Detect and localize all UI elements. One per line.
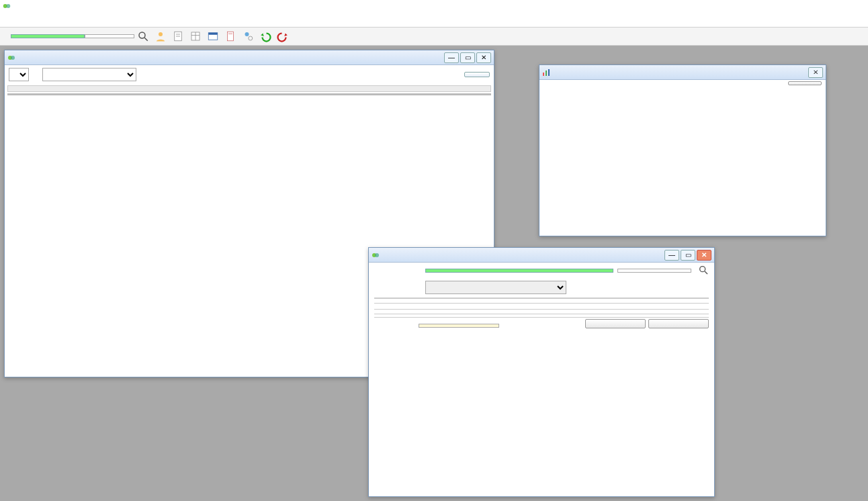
loan-filter-select[interactable]: [9, 68, 29, 81]
undo-icon[interactable]: [258, 29, 273, 44]
app-small-icon: [7, 54, 15, 62]
maximize-icon[interactable]: ▭: [460, 52, 475, 63]
minimize-icon[interactable]: —: [664, 250, 679, 261]
close-icon[interactable]: ✕: [697, 250, 711, 261]
dep-customer-name[interactable]: [425, 269, 613, 273]
svg-point-23: [375, 253, 379, 257]
arrears-chart: [544, 88, 822, 229]
dep-branch[interactable]: [617, 269, 691, 273]
svg-rect-21: [548, 69, 550, 76]
person-icon[interactable]: [153, 29, 168, 44]
svg-rect-19: [543, 73, 544, 76]
totals-section: [374, 309, 709, 311]
document-icon[interactable]: [171, 29, 185, 44]
receipt-icon[interactable]: [223, 29, 238, 44]
account-filter-select[interactable]: [425, 281, 566, 294]
select-loans-button[interactable]: [464, 72, 490, 77]
close-icon[interactable]: ✕: [808, 67, 823, 78]
chart-icon: [542, 69, 550, 77]
spreadsheet-icon[interactable]: [188, 29, 203, 44]
svg-point-4: [159, 32, 163, 36]
cancel-button[interactable]: [648, 319, 709, 328]
search-icon[interactable]: [136, 29, 150, 44]
svg-rect-12: [208, 33, 218, 35]
customer-name-field[interactable]: [11, 34, 85, 38]
account-info: [374, 303, 709, 306]
svg-line-3: [144, 38, 148, 41]
close-icon[interactable]: ✕: [476, 52, 491, 63]
branch-field[interactable]: [85, 34, 134, 38]
group-by-bar[interactable]: [7, 85, 491, 92]
svg-rect-13: [228, 32, 234, 41]
tendered-input[interactable]: [419, 324, 499, 328]
redo-icon[interactable]: [275, 29, 290, 44]
search-icon[interactable]: [698, 265, 709, 277]
svg-point-1: [6, 4, 10, 8]
svg-line-25: [705, 271, 707, 274]
menubar: [0, 12, 868, 27]
user-gear-icon[interactable]: [241, 29, 255, 44]
arrears-window: ✕: [539, 64, 826, 236]
svg-point-18: [11, 56, 15, 60]
app-logo-icon: [3, 2, 11, 10]
window-icon[interactable]: [206, 29, 220, 44]
app-small-icon: [372, 251, 380, 259]
svg-point-24: [700, 267, 705, 272]
app-titlebar: [0, 0, 868, 12]
loan-grid: [7, 93, 491, 95]
maximize-icon[interactable]: ▭: [681, 250, 695, 261]
deposit-grid: [374, 298, 709, 299]
deposit-receipt-window: — ▭ ✕: [368, 247, 715, 497]
svg-point-2: [139, 32, 145, 38]
svg-rect-20: [546, 71, 547, 76]
print-button[interactable]: [788, 81, 822, 85]
svg-point-15: [245, 32, 249, 36]
branch-select[interactable]: [42, 68, 136, 81]
post-button[interactable]: [585, 319, 646, 328]
main-toolbar: [0, 27, 868, 46]
svg-point-16: [249, 36, 253, 40]
money-heading: [374, 314, 709, 316]
minimize-icon[interactable]: —: [444, 52, 459, 63]
money-section: [374, 317, 709, 328]
